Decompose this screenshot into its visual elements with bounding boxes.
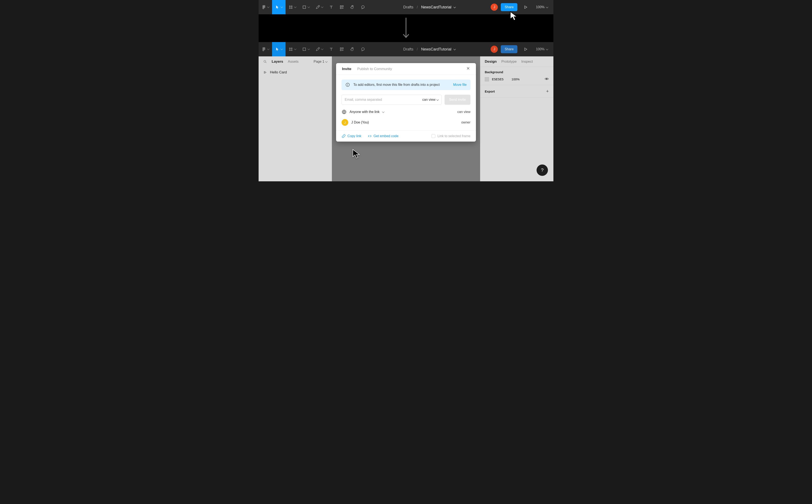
pen-tool-button[interactable] xyxy=(313,42,326,56)
text-icon xyxy=(329,5,334,9)
frame-tool-button[interactable] xyxy=(286,42,299,56)
frame-icon xyxy=(289,47,293,52)
shape-tool-button[interactable] xyxy=(299,42,313,56)
breadcrumb: Drafts / NewsCardTutorial xyxy=(403,5,455,9)
pen-icon xyxy=(316,5,320,9)
hand-tool-button[interactable] xyxy=(347,42,358,56)
pen-icon xyxy=(316,47,320,52)
text-tool-button[interactable] xyxy=(326,42,337,56)
owner-avatar: J xyxy=(342,119,348,126)
chevron-down-icon xyxy=(454,48,456,50)
copy-link-button[interactable]: Copy link xyxy=(342,134,361,138)
right-panel-tabs: Design Prototype Inspect xyxy=(480,56,553,67)
invite-input-box[interactable]: Email, comma separated can view xyxy=(342,95,442,105)
chevron-down-icon xyxy=(546,6,548,8)
modal-tab-publish[interactable]: Publish to Community xyxy=(357,67,392,71)
background-opacity: 100% xyxy=(511,77,519,81)
comment-tool-button[interactable] xyxy=(358,0,368,14)
svg-rect-16 xyxy=(342,48,344,49)
component-icon xyxy=(263,70,267,74)
chevron-down-icon xyxy=(382,110,385,113)
shape-tool-button[interactable] xyxy=(299,0,313,14)
info-text: To add editors, first move this file fro… xyxy=(353,83,440,87)
move-tool-button[interactable] xyxy=(272,0,286,14)
checkbox-icon xyxy=(431,134,435,138)
text-tool-button[interactable] xyxy=(326,0,337,14)
tab-assets[interactable]: Assets xyxy=(288,60,299,64)
present-button[interactable] xyxy=(523,5,528,9)
svg-rect-6 xyxy=(340,6,342,7)
layer-row[interactable]: Hello Card xyxy=(259,69,332,76)
share-button[interactable]: Share xyxy=(501,3,517,11)
frame-icon xyxy=(289,5,293,9)
svg-point-12 xyxy=(263,49,264,50)
svg-point-21 xyxy=(348,84,348,84)
user-avatar[interactable]: J xyxy=(491,46,498,53)
tab-prototype[interactable]: Prototype xyxy=(501,60,517,64)
zoom-dropdown[interactable]: 100% xyxy=(536,5,548,9)
embed-code-button[interactable]: Get embed code xyxy=(368,134,398,138)
svg-point-2 xyxy=(264,7,265,8)
info-icon xyxy=(345,82,350,87)
breadcrumb-separator: / xyxy=(417,47,418,52)
modal-close-button[interactable] xyxy=(466,66,470,71)
resources-button[interactable] xyxy=(337,42,347,56)
tab-inspect[interactable]: Inspect xyxy=(521,60,533,64)
comment-tool-button[interactable] xyxy=(358,42,368,56)
breadcrumb-drafts[interactable]: Drafts xyxy=(403,47,413,52)
link-to-frame-checkbox[interactable]: Link to selected frame xyxy=(431,134,470,138)
tab-design[interactable]: Design xyxy=(485,60,497,64)
toolbar-right-cluster-lower: J Share 100% xyxy=(491,45,553,53)
zoom-value: 100% xyxy=(536,5,544,9)
pen-tool-button[interactable] xyxy=(313,0,326,14)
page-dropdown[interactable]: Page 1 xyxy=(314,60,327,64)
figma-menu-button[interactable] xyxy=(259,0,272,14)
figma-menu-button[interactable] xyxy=(259,42,272,56)
move-file-link[interactable]: Move file xyxy=(453,83,467,87)
visibility-toggle[interactable] xyxy=(544,77,549,82)
frame-tool-button[interactable] xyxy=(286,0,299,14)
background-row[interactable]: E5E5E5 100% xyxy=(485,77,549,82)
modal-tabs: Invite Publish to Community xyxy=(336,63,476,75)
zoom-dropdown[interactable]: 100% xyxy=(536,47,548,51)
send-invite-button[interactable]: Send invite xyxy=(445,95,470,105)
code-icon xyxy=(368,134,372,138)
svg-rect-17 xyxy=(340,50,342,51)
help-button[interactable]: ? xyxy=(536,164,548,176)
cursor-icon xyxy=(275,47,280,52)
cursor-pointer-icon xyxy=(352,149,361,159)
resources-button[interactable] xyxy=(337,0,347,14)
chevron-down-icon xyxy=(325,60,328,62)
arrow-down-icon xyxy=(402,17,410,40)
left-panel-tabs: Layers Assets Page 1 xyxy=(259,56,332,67)
zoom-value: 100% xyxy=(536,47,544,51)
svg-point-11 xyxy=(264,49,265,50)
resources-icon xyxy=(340,47,344,52)
cursor-pointer-icon xyxy=(509,11,518,21)
add-export-button[interactable]: + xyxy=(546,89,549,94)
comment-icon xyxy=(361,5,365,9)
user-avatar[interactable]: J xyxy=(491,4,498,11)
toolbar-left-tools-lower xyxy=(259,42,368,56)
breadcrumb-file[interactable]: NewsCardTutorial xyxy=(421,5,455,9)
chevron-down-icon xyxy=(546,48,548,50)
figma-logo-icon xyxy=(262,47,266,52)
breadcrumb-drafts[interactable]: Drafts xyxy=(403,5,413,9)
color-swatch[interactable] xyxy=(485,77,489,81)
tutorial-cursor-lower xyxy=(352,149,361,160)
hand-tool-button[interactable] xyxy=(347,0,358,14)
export-section: Export + xyxy=(480,85,553,98)
svg-point-3 xyxy=(263,7,264,8)
invite-perm-dropdown[interactable]: can view xyxy=(422,98,438,102)
rectangle-icon xyxy=(302,47,307,52)
hand-icon xyxy=(350,5,355,9)
close-icon xyxy=(466,66,470,70)
present-button[interactable] xyxy=(523,47,528,52)
search-icon[interactable] xyxy=(263,60,267,64)
link-access-row[interactable]: Anyone with the link can view xyxy=(342,109,470,114)
tab-layers[interactable]: Layers xyxy=(272,60,283,64)
breadcrumb-file[interactable]: NewsCardTutorial xyxy=(421,47,455,52)
share-button[interactable]: Share xyxy=(501,45,517,53)
move-tool-button[interactable] xyxy=(272,42,286,56)
modal-tab-invite[interactable]: Invite xyxy=(342,67,351,71)
